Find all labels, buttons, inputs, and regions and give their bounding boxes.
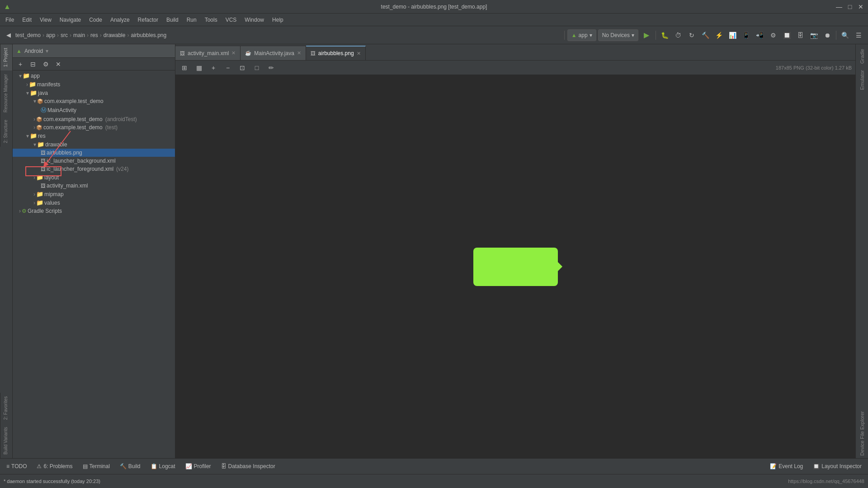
coverage-button[interactable]: ⚡ — [713, 29, 725, 41]
sync-button[interactable]: ↻ — [686, 29, 698, 41]
tree-item-ic-launcher-fg[interactable]: 🖼 ic_launcher_foreground.xml (v24) — [13, 165, 175, 173]
folder-icon: 📁 — [36, 191, 43, 197]
sidebar-item-build-variants[interactable]: Build Variants — [0, 423, 12, 458]
layout-inspector-btn[interactable]: 🔲 — [781, 29, 793, 41]
sidebar-item-favorites[interactable]: 2: Favorites — [0, 393, 12, 423]
tree-item-drawable[interactable]: ▾ 📁 drawable — [13, 140, 175, 149]
debug-button[interactable]: 🐛 — [659, 29, 670, 41]
device-manager[interactable]: 📱 — [740, 29, 752, 41]
menu-edit[interactable]: Edit — [19, 16, 35, 24]
menu-tools[interactable]: Tools — [201, 16, 221, 24]
menu-build[interactable]: Build — [163, 16, 182, 24]
tab-layout-inspector[interactable]: 🔲 Layout Inspector — [808, 460, 866, 473]
actual-size-button[interactable]: ⊡ — [237, 62, 248, 73]
sidebar-item-gradle[interactable]: Gradle — [859, 46, 865, 66]
menu-analyze[interactable]: Analyze — [107, 16, 133, 24]
menu-vcs[interactable]: VCS — [222, 16, 241, 24]
settings-project-button[interactable]: ⚙ — [40, 58, 52, 70]
settings-button[interactable]: ☰ — [853, 29, 864, 41]
tab-database-inspector[interactable]: 🗄 Database Inspector — [217, 460, 280, 473]
db-inspector-btn[interactable]: 🗄 — [794, 29, 806, 41]
status-bar: * daemon started successfully (today 20:… — [0, 474, 868, 488]
android-icon: ▲ — [16, 48, 22, 54]
profile-button[interactable]: ⏱ — [672, 29, 684, 41]
menu-window[interactable]: Window — [241, 16, 268, 24]
tab-airbubbles-png[interactable]: 🖼 airbubbles.png ✕ — [306, 46, 366, 60]
tree-item-values[interactable]: › 📁 values — [13, 198, 175, 207]
breadcrumb-drawable[interactable]: drawable — [104, 32, 126, 38]
sidebar-item-structure[interactable]: 2: Structure — [0, 116, 12, 147]
tree-item-manifests[interactable]: › 📁 manifests — [13, 80, 175, 89]
eyedropper-button[interactable]: ✏ — [266, 62, 277, 73]
menu-run[interactable]: Run — [183, 16, 200, 24]
menu-code[interactable]: Code — [85, 16, 106, 24]
tree-item-java[interactable]: ▾ 📁 java — [13, 89, 175, 97]
menu-view[interactable]: View — [36, 16, 55, 24]
breadcrumb-res[interactable]: res — [90, 32, 98, 38]
tree-item-layout[interactable]: › 📁 layout — [13, 173, 175, 182]
zoom-in-button[interactable]: + — [208, 62, 219, 73]
sidebar-item-project[interactable]: 1: Project — [0, 44, 12, 70]
grid-button[interactable]: ▦ — [193, 62, 204, 73]
sidebar-item-device-file-explorer[interactable]: Device File Explorer — [859, 408, 865, 458]
breadcrumb-src[interactable]: src — [61, 32, 68, 38]
tab-build[interactable]: 🔨 Build — [115, 460, 145, 473]
menu-file[interactable]: File — [2, 16, 18, 24]
back-button[interactable]: ◀ — [4, 29, 14, 42]
sidebar-item-emulator[interactable]: Emulator — [859, 67, 865, 93]
close-panel-button[interactable]: ✕ — [52, 58, 64, 70]
profiler-button[interactable]: 📊 — [726, 29, 738, 41]
zoom-out-button[interactable]: − — [222, 62, 233, 73]
screenshot-btn[interactable]: 📷 — [808, 29, 820, 41]
status-link[interactable]: https://blog.csdn.net/qq_45676448 — [788, 479, 864, 484]
maximize-button[interactable]: □ — [846, 3, 854, 10]
fit-window-button[interactable]: ⊞ — [179, 62, 190, 73]
tree-item-package-test[interactable]: › 📦 com.example.test_demo (test) — [13, 123, 175, 131]
no-devices-button[interactable]: No Devices ▾ — [598, 29, 638, 41]
tree-item-package-android-test[interactable]: › 📦 com.example.test_demo (androidTest) — [13, 115, 175, 123]
menu-navigate[interactable]: Navigate — [56, 16, 85, 24]
toolbar-separator-1 — [564, 31, 565, 40]
tree-item-ic-launcher-bg[interactable]: 🖼 ic_launcher_background.xml — [13, 157, 175, 165]
breadcrumb-file[interactable]: airbubbles.png — [131, 32, 166, 38]
close-button[interactable]: ✕ — [857, 3, 864, 10]
breadcrumb-app[interactable]: app — [46, 32, 55, 38]
tree-item-gradle-scripts[interactable]: › ⚙ Gradle Scripts — [13, 207, 175, 215]
menu-refactor[interactable]: Refactor — [134, 16, 162, 24]
tree-item-main-activity[interactable]: Ⓜ MainActivity — [13, 105, 175, 115]
avd-manager[interactable]: 📲 — [754, 29, 765, 41]
title-bar-title: test_demo - airbubbles.png [test_demo.ap… — [381, 4, 487, 10]
tree-item-app[interactable]: ▾ 📁 app — [13, 71, 175, 80]
tab-profiler[interactable]: 📈 Profiler — [181, 460, 216, 473]
breadcrumb-project[interactable]: test_demo — [15, 32, 41, 38]
collapse-button[interactable]: ⊟ — [27, 58, 39, 70]
tab-close-airbubbles[interactable]: ✕ — [357, 51, 361, 56]
tab-activity-main-xml[interactable]: 🖼 activity_main.xml ✕ — [175, 46, 241, 60]
app-selector[interactable]: ▲ app ▾ — [567, 29, 596, 41]
tab-close-main-activity[interactable]: ✕ — [297, 50, 301, 56]
tree-item-activity-main-xml[interactable]: 🖼 activity_main.xml — [13, 182, 175, 190]
sidebar-item-resource-manager[interactable]: Resource Manager — [0, 70, 12, 116]
tree-item-mipmap[interactable]: › 📁 mipmap — [13, 190, 175, 198]
record-btn[interactable]: ⏺ — [821, 29, 833, 41]
border-button[interactable]: □ — [251, 62, 262, 73]
tab-close-activity-main[interactable]: ✕ — [231, 50, 236, 56]
tree-item-airbubbles[interactable]: 🖼 airbubbles.png — [13, 149, 175, 157]
minimize-button[interactable]: — — [835, 3, 843, 10]
search-everywhere-button[interactable]: 🔍 — [839, 29, 851, 41]
tab-event-log[interactable]: 📝 Event Log — [765, 460, 807, 473]
tree-item-res[interactable]: ▾ 📁 res — [13, 131, 175, 140]
build-button[interactable]: 🔨 — [699, 29, 711, 41]
run-button[interactable]: ▶ — [640, 29, 653, 41]
tab-todo[interactable]: ≡ TODO — [2, 460, 31, 473]
new-file-button[interactable]: + — [14, 58, 26, 70]
tab-logcat[interactable]: 📋 Logcat — [146, 460, 180, 473]
tab-problems[interactable]: ⚠ 6: Problems — [32, 460, 77, 473]
tree-item-package-main[interactable]: ▾ 📦 com.example.test_demo — [13, 97, 175, 105]
chevron-right-icon: › — [33, 191, 35, 197]
breadcrumb-main[interactable]: main — [73, 32, 85, 38]
tab-main-activity-java[interactable]: ☕ MainActivity.java ✕ — [241, 46, 306, 60]
menu-help[interactable]: Help — [269, 16, 287, 24]
tab-terminal[interactable]: ▤ Terminal — [78, 460, 114, 473]
sdk-manager[interactable]: ⚙ — [767, 29, 779, 41]
